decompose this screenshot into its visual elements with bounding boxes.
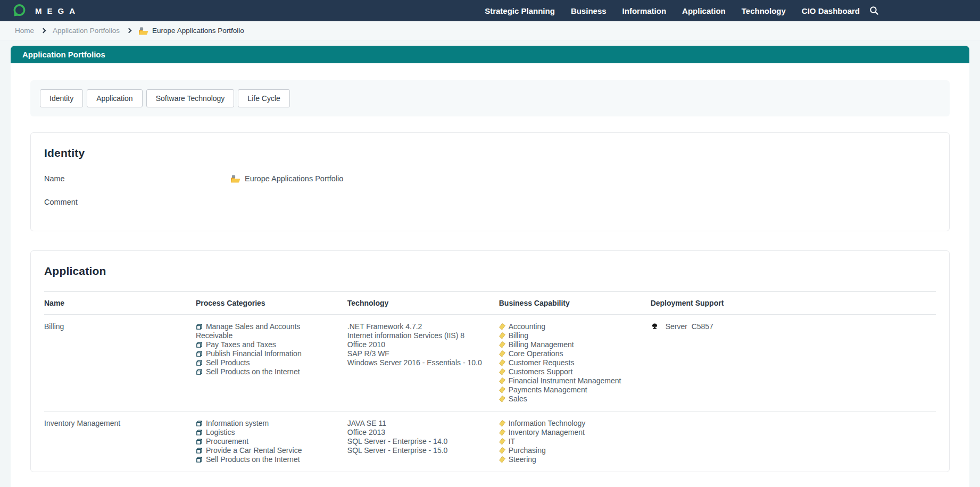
tab-identity[interactable]: Identity [40, 89, 83, 107]
deployment-support-cell [651, 412, 936, 472]
business-capability-item-list: Information TechnologyInventory Manageme… [499, 419, 640, 464]
application-table: NameProcess CategoriesTechnologyBusiness… [44, 291, 936, 472]
technology-cell: .NET Framework 4.7.2Internet information… [347, 315, 499, 412]
capability-diamond-icon [499, 396, 505, 402]
tab-software-technology[interactable]: Software Technology [146, 89, 235, 107]
process-category-item: Sell Products [196, 358, 337, 367]
process-category-item-list: Information systemLogisticsProcurementPr… [196, 419, 337, 464]
process-cube-icon [196, 447, 203, 454]
brand: MEGA [12, 3, 80, 18]
technology-item: SQL Server - Enterprise - 14.0 [347, 437, 488, 446]
breadcrumb-current-text: Europe Applications Portfolio [152, 27, 244, 35]
process-category-item: Sell Products on the Internet [196, 455, 337, 464]
breadcrumb-link-home[interactable]: Home [15, 27, 34, 35]
portfolio-folder-icon [138, 27, 148, 35]
process-category-item-list: Manage Sales and Accounts ReceivablePay … [196, 322, 337, 376]
process-category-item: Provide a Car Rental Service [196, 446, 337, 455]
nav-item-information[interactable]: Information [622, 6, 667, 15]
application-section: Application NameProcess CategoriesTechno… [30, 250, 950, 472]
process-categories-cell: Information systemLogisticsProcurementPr… [196, 412, 347, 472]
table-header-row: NameProcess CategoriesTechnologyBusiness… [44, 292, 936, 315]
table-row-inventory-management[interactable]: Inventory ManagementInformation systemLo… [44, 412, 936, 472]
process-cube-icon [196, 429, 203, 436]
business-capability-cell: Information TechnologyInventory Manageme… [499, 412, 651, 472]
capability-diamond-icon [499, 438, 505, 445]
process-category-item: Publish Financial Information [196, 349, 337, 358]
capability-diamond-icon [499, 323, 505, 330]
business-capability-item: Customer Requests [499, 358, 640, 367]
nav-item-cio-dashboard[interactable]: CIO Dashboard [802, 6, 860, 15]
name-value: Europe Applications Portfolio [230, 174, 343, 183]
process-cube-icon [196, 420, 203, 427]
breadcrumb: HomeApplication PortfoliosEurope Applica… [0, 21, 980, 40]
brand-wordmark: MEGA [35, 7, 80, 15]
process-cube-icon [196, 438, 203, 445]
chevron-right-icon [127, 28, 132, 33]
process-categories-cell: Manage Sales and Accounts ReceivablePay … [196, 315, 347, 412]
business-capability-cell: AccountingBillingBilling ManagementCore … [499, 315, 651, 412]
nav-item-technology[interactable]: Technology [742, 6, 786, 15]
capability-diamond-icon [499, 447, 505, 454]
business-capability-item-list: AccountingBillingBilling ManagementCore … [499, 322, 640, 404]
application-name: Inventory Management [44, 412, 196, 472]
application-name: Billing [44, 315, 196, 412]
column-header-name: Name [44, 292, 196, 315]
process-category-item: Procurement [196, 437, 337, 446]
identity-heading: Identity [44, 147, 936, 159]
capability-diamond-icon [499, 341, 505, 348]
capability-diamond-icon [499, 429, 505, 436]
process-category-item: Pay Taxes and Taxes [196, 340, 337, 349]
identity-section: Identity Name Europe Applications Portfo… [30, 132, 950, 231]
page-banner: Application Portfolios [11, 46, 969, 63]
server-icon [651, 322, 659, 330]
business-capability-item: Information Technology [499, 419, 640, 428]
technology-cell: JAVA SE 11Office 2013SQL Server - Enterp… [347, 412, 499, 472]
column-header-process-categories: Process Categories [196, 292, 347, 315]
technology-item: Internet information Services (IIS) 8 [347, 331, 488, 340]
deployment-support-item: Server C5857 [651, 322, 925, 331]
breadcrumb-link-application-portfolios[interactable]: Application Portfolios [53, 27, 120, 35]
capability-diamond-icon [499, 387, 505, 393]
application-heading: Application [44, 265, 936, 278]
business-capability-item: Payments Management [499, 385, 640, 394]
column-header-deployment-support: Deployment Support [651, 292, 936, 315]
field-row-comment: Comment [44, 198, 936, 206]
table-row-billing[interactable]: BillingManage Sales and Accounts Receiva… [44, 315, 936, 412]
chevron-right-icon [41, 28, 46, 33]
tab-application[interactable]: Application [87, 89, 143, 107]
business-capability-item: Core Operations [499, 349, 640, 358]
business-capability-item: Steering [499, 455, 640, 464]
tab-life-cycle[interactable]: Life Cycle [238, 89, 289, 107]
top-navbar: MEGA Strategic PlanningBusinessInformati… [0, 0, 980, 21]
process-cube-icon [196, 359, 203, 366]
business-capability-item: Financial Instrument Management [499, 376, 640, 385]
deployment-support-cell: Server C5857 [651, 315, 936, 412]
field-row-name: Name Europe Applications Portfolio [44, 174, 936, 183]
technology-item: Office 2010 [347, 340, 488, 349]
table-body: BillingManage Sales and Accounts Receiva… [44, 315, 936, 472]
business-capability-item: Billing [499, 331, 640, 340]
capability-diamond-icon [499, 350, 505, 357]
nav-item-application[interactable]: Application [682, 6, 726, 15]
technology-item: Windows Server 2016 - Essentials - 10.0 [347, 358, 488, 367]
column-header-business-capability: Business Capability [499, 292, 651, 315]
search-icon[interactable] [869, 6, 879, 15]
process-cube-icon [196, 341, 203, 348]
business-capability-item: Billing Management [499, 340, 640, 349]
capability-diamond-icon [499, 377, 505, 384]
process-category-item: Manage Sales and Accounts Receivable [196, 322, 337, 340]
capability-diamond-icon [499, 368, 505, 375]
nav-item-strategic-planning[interactable]: Strategic Planning [485, 6, 555, 15]
capability-diamond-icon [499, 332, 505, 339]
technology-item: .NET Framework 4.7.2 [347, 322, 488, 331]
page-title: Application Portfolios [22, 50, 105, 59]
nav-menu: Strategic PlanningBusinessInformationApp… [485, 6, 869, 15]
business-capability-item: Sales [499, 394, 640, 404]
capability-diamond-icon [499, 420, 505, 427]
name-label: Name [44, 174, 230, 183]
nav-item-business[interactable]: Business [571, 6, 607, 15]
business-capability-item: Purchasing [499, 446, 640, 455]
name-value-text: Europe Applications Portfolio [245, 174, 343, 183]
process-cube-icon [196, 456, 203, 463]
process-category-item: Information system [196, 419, 337, 428]
